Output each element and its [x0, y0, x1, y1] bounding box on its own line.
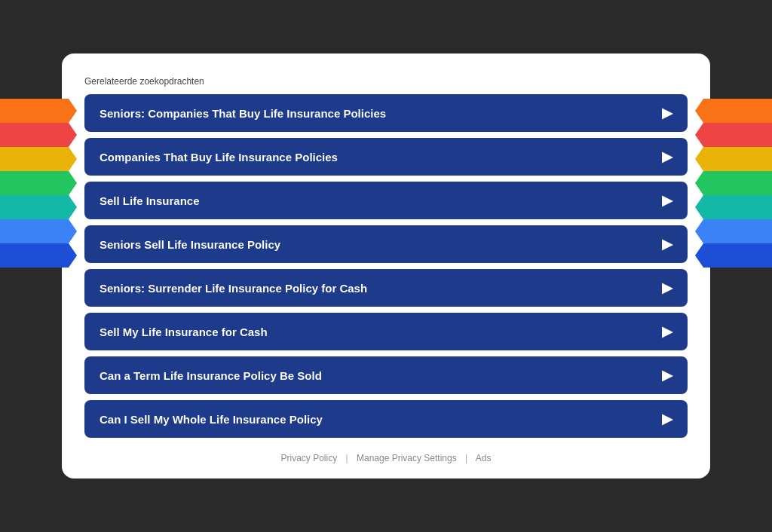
- section-label: Gerelateerde zoekopdrachten: [84, 76, 695, 87]
- ribbon-right-6: [695, 219, 772, 243]
- buttons-list: Seniors: Companies That Buy Life Insuran…: [77, 94, 695, 438]
- ribbon-left-5: [0, 195, 77, 219]
- search-button-6[interactable]: Sell My Life Insurance for Cash ▶: [84, 313, 688, 350]
- ribbon-left-6: [0, 219, 77, 243]
- arrow-icon-5: ▶: [662, 280, 672, 296]
- button-label-2: Companies That Buy Life Insurance Polici…: [100, 151, 338, 164]
- arrow-icon-3: ▶: [662, 192, 672, 209]
- ribbon-right-5: [695, 195, 772, 219]
- ribbon-left-2: [0, 123, 77, 147]
- search-button-1[interactable]: Seniors: Companies That Buy Life Insuran…: [84, 94, 688, 132]
- decorative-right: [695, 99, 772, 268]
- ribbon-right-3: [695, 147, 772, 171]
- footer-separator-2: |: [465, 453, 467, 463]
- search-button-3[interactable]: Sell Life Insurance ▶: [84, 182, 688, 219]
- arrow-icon-2: ▶: [662, 148, 672, 165]
- ads-link[interactable]: Ads: [476, 453, 492, 463]
- search-button-5[interactable]: Seniors: Surrender Life Insurance Policy…: [84, 269, 688, 307]
- button-label-3: Sell Life Insurance: [100, 194, 200, 207]
- arrow-icon-4: ▶: [662, 236, 672, 252]
- decorative-left: [0, 99, 77, 268]
- button-label-7: Can a Term Life Insurance Policy Be Sold: [100, 369, 322, 382]
- arrow-icon-8: ▶: [662, 411, 672, 427]
- main-card: Gerelateerde zoekopdrachten Seniors: Com…: [62, 54, 710, 478]
- button-label-8: Can I Sell My Whole Life Insurance Polic…: [100, 413, 323, 426]
- ribbon-left-1: [0, 99, 77, 123]
- privacy-policy-link[interactable]: Privacy Policy: [280, 453, 337, 463]
- ribbon-right-1: [695, 99, 772, 123]
- search-button-4[interactable]: Seniors Sell Life Insurance Policy ▶: [84, 225, 688, 263]
- button-label-1: Seniors: Companies That Buy Life Insuran…: [100, 107, 386, 120]
- ribbon-left-3: [0, 147, 77, 171]
- ribbon-right-4: [695, 171, 772, 195]
- arrow-icon-1: ▶: [662, 105, 672, 121]
- button-label-4: Seniors Sell Life Insurance Policy: [100, 238, 280, 251]
- footer-separator-1: |: [346, 453, 348, 463]
- ribbon-right-7: [695, 243, 772, 268]
- manage-privacy-link[interactable]: Manage Privacy Settings: [357, 453, 457, 463]
- button-label-6: Sell My Life Insurance for Cash: [100, 326, 268, 338]
- button-label-5: Seniors: Surrender Life Insurance Policy…: [100, 282, 367, 295]
- ribbon-left-4: [0, 171, 77, 195]
- ribbon-left-7: [0, 243, 77, 268]
- search-button-7[interactable]: Can a Term Life Insurance Policy Be Sold…: [84, 356, 688, 394]
- footer: Privacy Policy | Manage Privacy Settings…: [77, 453, 695, 463]
- arrow-icon-6: ▶: [662, 323, 672, 340]
- search-button-8[interactable]: Can I Sell My Whole Life Insurance Polic…: [84, 400, 688, 438]
- search-button-2[interactable]: Companies That Buy Life Insurance Polici…: [84, 138, 688, 176]
- arrow-icon-7: ▶: [662, 367, 672, 384]
- ribbon-right-2: [695, 123, 772, 147]
